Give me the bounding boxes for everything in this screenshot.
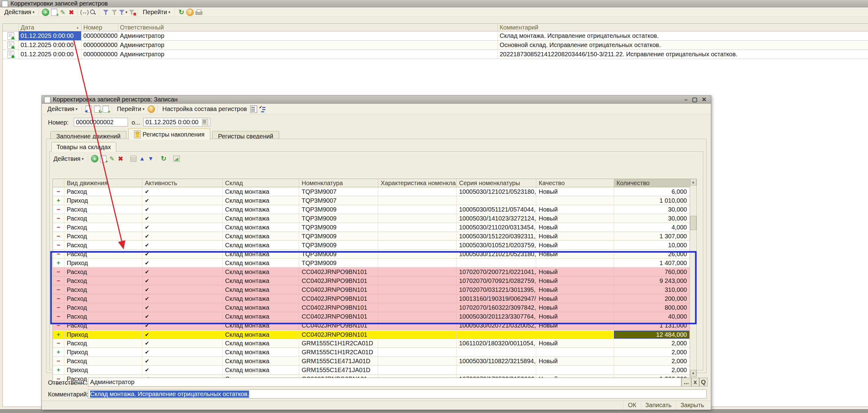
cell-warehouse[interactable]: Склад монтажа (223, 232, 299, 240)
cell-quality[interactable]: Новый (536, 187, 614, 196)
register-row[interactable]: −Расход✔Склад монтажаTQP3M900910005030/1… (53, 214, 690, 223)
open-button[interactable]: Q (699, 378, 708, 387)
cell-nomenclature[interactable]: CC0402JRNPO9BN101 (299, 285, 378, 294)
cell-nomenclature[interactable]: TQP3M9009 (299, 259, 378, 267)
register-row[interactable]: −Расход✔Склад монтажаTQP3M900910005030/0… (53, 205, 690, 214)
scrollbar-thumb[interactable] (690, 216, 696, 230)
cell-quality[interactable] (536, 348, 614, 356)
register-row[interactable]: +Приход✔Склад монтажаTQP3M90071 010,000 (53, 196, 690, 205)
cell-series[interactable]: 10005030/051121/0574044, КИ... (457, 205, 536, 214)
cell-nomenclature[interactable]: TQP3M9009 (299, 232, 378, 240)
cell-nomenclature[interactable]: GRM1555C1H1R2CA01D (299, 339, 378, 348)
cell-characteristic[interactable] (378, 303, 457, 312)
cell-date[interactable]: 01.12.2025 0:00:00 (19, 31, 82, 40)
cell-comment[interactable]: Основной склад. Исправление отрицательны… (498, 40, 868, 50)
cell-nomenclature[interactable]: TQP3M9009 (299, 250, 378, 258)
cell-activity[interactable]: ✔ (142, 348, 223, 356)
cell-warehouse[interactable]: Склад монтажа (223, 259, 299, 267)
register-row[interactable]: −Расход✔Склад монтажаTQP3M900910005030/1… (53, 232, 690, 241)
cell-characteristic[interactable] (378, 250, 457, 258)
cell-quantity[interactable]: 1 307,000 (614, 232, 689, 240)
cell-quality[interactable]: Новый (536, 223, 614, 232)
cell-movement[interactable]: Расход (64, 357, 142, 365)
cell-activity[interactable]: ✔ (142, 187, 223, 196)
dialog-tab[interactable]: Регистры накопления (128, 128, 210, 140)
cell-warehouse[interactable]: Склад монтажа (223, 339, 299, 348)
cell-series[interactable]: 10005030/121021/0523180, ТА... (457, 250, 536, 258)
cell-nomenclature[interactable]: GRM1555C1E471JA01D (299, 366, 378, 374)
cell-warehouse[interactable]: Склад монтажа (223, 331, 299, 338)
cell-series[interactable]: 10702070/160322/3097842, ТА... (457, 303, 536, 312)
cell-nomenclature[interactable]: TQP3M9007 (299, 187, 378, 196)
cell-activity[interactable]: ✔ (142, 232, 223, 240)
cell-movement[interactable]: Расход (64, 232, 142, 240)
cell-movement[interactable]: Расход (64, 294, 142, 303)
register-row[interactable]: −Расход✔Склад монтажаTQP3M900910005030/0… (53, 241, 690, 250)
register-row[interactable]: −Расход✔Склад монтажаCC0402JRNPO9BN10110… (53, 268, 690, 276)
cell-quantity[interactable]: 800,000 (614, 303, 689, 312)
cell-quantity[interactable]: 4,000 (614, 223, 689, 232)
goto-menu-button[interactable]: Перейти▾ (140, 8, 173, 16)
table-column-header[interactable]: Склад (223, 179, 299, 187)
cell-characteristic[interactable] (378, 232, 457, 240)
cell-characteristic[interactable] (378, 348, 457, 356)
actions-menu-button[interactable]: Действия▾ (45, 105, 80, 113)
cell-activity[interactable]: ✔ (142, 250, 223, 258)
print-button[interactable] (194, 8, 203, 16)
cell-series[interactable] (457, 331, 536, 338)
post-document-button[interactable]: ◄ (84, 105, 93, 113)
cell-nomenclature[interactable]: TQP3M9009 (299, 223, 378, 232)
register-row[interactable]: −Расход✔Склад монтажаCC0402JRNPO9BN10110… (53, 285, 690, 294)
cell-movement[interactable]: Расход (64, 223, 142, 232)
cell-series[interactable]: 10005030/020721/0320052, КИ... (457, 321, 536, 330)
cell-quality[interactable]: Новый (536, 276, 614, 285)
list-row[interactable]: ▶01.12.2025 0:00:0000000000003Администра… (3, 40, 868, 50)
cell-series[interactable] (457, 366, 536, 374)
register-row[interactable]: −Расход✔Склад монтажаCC0402JRNPO9BN10110… (53, 321, 690, 330)
cell-quality[interactable]: Новый (536, 339, 614, 348)
cell-series[interactable] (457, 348, 536, 356)
table-column-header[interactable]: Вид движения (64, 179, 142, 187)
cell-quantity[interactable]: 760,000 (614, 268, 689, 276)
cell-movement[interactable]: Расход (64, 241, 142, 249)
add-button[interactable]: + (41, 8, 50, 16)
date-field[interactable]: 01.12.2025 0:00:00 (143, 118, 210, 126)
cell-movement[interactable]: Расход (64, 276, 142, 285)
cell-series[interactable]: 10005030/201123/3307764, КИ... (457, 312, 536, 321)
list-column-header[interactable]: Ответственный (118, 24, 498, 31)
cell-series[interactable] (457, 196, 536, 205)
goto-menu-button[interactable]: Перейти▾ (114, 105, 147, 113)
cell-characteristic[interactable] (378, 268, 457, 276)
cell-movement[interactable]: Расход (64, 312, 142, 321)
edit-button[interactable]: ✎ (58, 8, 67, 16)
cell-movement[interactable]: Приход (64, 196, 142, 205)
register-row[interactable]: −Расход✔Склад монтажаTQP3M900910005030/1… (53, 250, 690, 259)
cell-comment[interactable]: Склад монтажа. Исправление отрицательных… (498, 31, 868, 40)
cell-quality[interactable] (536, 259, 614, 267)
register-row[interactable]: −Расход✔Склад монтажаTQP3M900910005030/2… (53, 223, 690, 232)
cell-warehouse[interactable]: Склад монтажа (223, 357, 299, 365)
cell-warehouse[interactable]: Склад монтажа (223, 276, 299, 285)
cell-series[interactable]: 10702070/070921/0282759, ТА... (457, 276, 536, 285)
cell-warehouse[interactable]: Склад монтажа (223, 312, 299, 321)
move-up-button[interactable]: ▲ (138, 155, 146, 163)
register-row[interactable]: +Приход✔Склад монтажаGRM1555C1H1R2CA01D2… (53, 348, 690, 357)
cell-warehouse[interactable]: Склад монтажа (223, 187, 299, 196)
cell-date[interactable]: 01.12.2025 0:00:00 (19, 50, 82, 59)
scroll-down-icon[interactable]: ▼ (690, 370, 696, 377)
cell-characteristic[interactable] (378, 285, 457, 294)
cell-quantity[interactable]: 2,000 (614, 348, 689, 356)
cell-movement[interactable]: Расход (64, 250, 142, 258)
cell-quantity[interactable]: 1 010,000 (614, 196, 689, 205)
cell-quality[interactable]: Новый (536, 285, 614, 294)
cell-warehouse[interactable]: Склад монтажа (223, 321, 299, 330)
register-row[interactable]: +Приход✔Склад монтажаCC0402JRNPO9BN10112… (53, 330, 690, 339)
refresh-button[interactable]: ↻ (177, 8, 186, 16)
ok-button[interactable]: ОК (623, 401, 641, 409)
cell-characteristic[interactable] (378, 214, 457, 223)
delete-row-button[interactable]: ✖ (116, 155, 125, 163)
delete-button[interactable]: ✖ (67, 8, 75, 16)
list-row[interactable]: ▶01.12.2025 0:00:0000000000006Администра… (3, 50, 868, 59)
cell-number[interactable]: 00000000006 (82, 50, 118, 59)
list-column-header[interactable]: Комментарий (498, 24, 868, 31)
